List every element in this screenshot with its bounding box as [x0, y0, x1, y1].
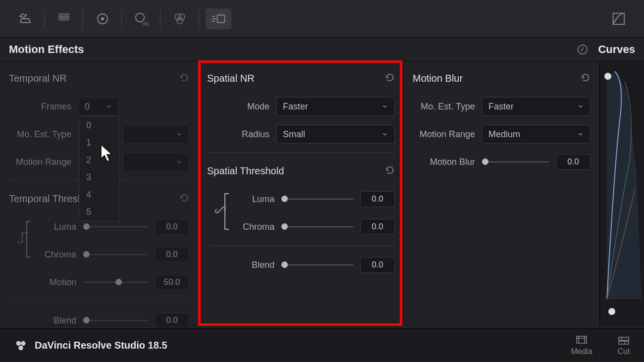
spatial-threshold-title: Spatial Threshold: [207, 165, 284, 177]
st-luma-slider[interactable]: [281, 199, 353, 200]
frames-select[interactable]: 0 0 1 2 3 4 5: [78, 97, 119, 116]
svg-rect-22: [577, 336, 587, 343]
frames-option-0[interactable]: 0: [79, 117, 119, 134]
temporal-nr-column: Temporal NR Frames 0 0 1 2 3 4 5: [0, 61, 198, 326]
svg-point-21: [18, 346, 23, 350]
tt-luma-label: Luma: [29, 222, 83, 232]
tool-motion-effects[interactable]: [199, 0, 238, 38]
top-toolbar: HDR: [0, 0, 644, 38]
svg-rect-23: [619, 337, 629, 340]
tt-blend-value[interactable]: 0.0: [155, 312, 189, 328]
effects-columns: Temporal NR Frames 0 0 1 2 3 4 5: [0, 61, 644, 326]
tt-motion-value[interactable]: 50.0: [155, 274, 189, 290]
st-blend-value[interactable]: 0.0: [360, 257, 395, 273]
tt-chroma-slider[interactable]: [83, 254, 148, 255]
davinci-logo-icon: [14, 339, 28, 353]
tt-luma-slider[interactable]: [83, 226, 148, 227]
temporal-threshold-reset[interactable]: [179, 193, 189, 205]
svg-text:HDR: HDR: [143, 21, 149, 26]
panel-reset-button[interactable]: [576, 43, 589, 56]
svg-rect-2: [66, 14, 69, 16]
svg-rect-0: [59, 14, 61, 16]
tool-rgb-mixer[interactable]: [161, 0, 199, 38]
link-icon[interactable]: [17, 232, 28, 245]
svg-point-20: [21, 341, 25, 345]
svg-rect-13: [217, 15, 225, 22]
temporal-nr-title: Temporal NR: [9, 73, 67, 84]
motion-blur-title: Motion Blur: [413, 73, 463, 84]
panel-title: Motion Effects: [9, 43, 84, 56]
tool-camera-raw[interactable]: [6, 0, 45, 38]
spatial-link-icon[interactable]: [215, 205, 226, 217]
mo-est-type-select[interactable]: [123, 125, 189, 144]
motion-range-label: Motion Range: [9, 157, 78, 167]
frames-option-2[interactable]: 2: [79, 152, 119, 169]
radius-select[interactable]: Small: [276, 125, 395, 144]
page-tab-media[interactable]: Media: [571, 335, 592, 356]
tt-motion-slider[interactable]: [83, 282, 148, 283]
spatial-nr-column: Spatial NR Mode Faster Radius Small Spat…: [198, 61, 404, 326]
curves-tab-label[interactable]: Curves: [598, 43, 635, 56]
svg-rect-3: [59, 17, 61, 20]
svg-point-10: [175, 14, 181, 20]
frames-option-4[interactable]: 4: [79, 186, 119, 204]
svg-point-17: [604, 73, 611, 80]
tool-hdr[interactable]: HDR: [122, 0, 161, 38]
spatial-nr-reset[interactable]: [385, 72, 395, 84]
tt-chroma-label: Chroma: [29, 250, 83, 260]
st-luma-value[interactable]: 0.0: [360, 191, 395, 207]
tool-curves-page[interactable]: [599, 0, 638, 38]
page-tab-cut[interactable]: Cut: [617, 335, 630, 356]
tt-chroma-value[interactable]: 0.0: [155, 247, 189, 262]
tt-luma-value[interactable]: 0.0: [155, 219, 189, 235]
st-chroma-label: Chroma: [227, 222, 281, 232]
st-blend-label: Blend: [227, 260, 281, 270]
frames-option-1[interactable]: 1: [79, 134, 119, 152]
st-luma-label: Luma: [227, 194, 281, 205]
tool-color-match[interactable]: [45, 0, 83, 38]
svg-point-11: [179, 14, 185, 20]
svg-point-12: [177, 17, 183, 24]
tool-color-wheels[interactable]: [83, 0, 122, 38]
mode-select[interactable]: Faster: [276, 97, 395, 116]
curves-graph: [600, 61, 644, 319]
tt-motion-label: Motion: [29, 277, 83, 288]
spatial-nr-title: Spatial NR: [207, 73, 255, 84]
curves-preview: [599, 61, 644, 326]
frames-dropdown: 0 1 2 3 4 5: [79, 116, 119, 221]
frames-option-3[interactable]: 3: [79, 169, 119, 186]
svg-point-19: [16, 341, 21, 345]
svg-rect-5: [66, 17, 69, 20]
app-brand: DaVinci Resolve Studio 18.5: [14, 339, 167, 353]
svg-rect-4: [63, 17, 65, 20]
panel-header: Motion Effects Curves: [0, 38, 644, 61]
tt-blend-label: Blend: [29, 315, 83, 326]
motion-blur-column: Motion Blur Mo. Est. Type Faster Motion …: [404, 61, 599, 326]
svg-point-7: [102, 17, 104, 20]
spatial-threshold-reset[interactable]: [385, 165, 395, 177]
bottom-bar: DaVinci Resolve Studio 18.5 Media Cut: [0, 328, 644, 362]
mode-label: Mode: [207, 102, 276, 112]
mb-blur-label: Motion Blur: [413, 157, 482, 167]
frames-label: Frames: [9, 102, 78, 112]
mb-mo-est-select[interactable]: Faster: [482, 97, 590, 116]
svg-rect-14: [613, 13, 625, 24]
mb-blur-slider[interactable]: [482, 161, 549, 162]
st-chroma-value[interactable]: 0.0: [360, 219, 395, 235]
motion-blur-reset[interactable]: [581, 72, 590, 84]
temporal-nr-reset[interactable]: [179, 72, 189, 84]
svg-point-18: [608, 308, 615, 315]
st-blend-slider[interactable]: [281, 264, 353, 265]
mb-motion-range-select[interactable]: Medium: [482, 125, 590, 144]
mb-motion-range-label: Motion Range: [413, 129, 482, 140]
st-chroma-slider[interactable]: [281, 226, 353, 227]
mb-mo-est-label: Mo. Est. Type: [413, 102, 482, 112]
tt-blend-slider[interactable]: [83, 320, 148, 321]
svg-rect-1: [63, 14, 65, 16]
motion-range-select[interactable]: [123, 153, 189, 171]
mo-est-type-label: Mo. Est. Type: [9, 129, 78, 140]
radius-label: Radius: [207, 129, 276, 140]
frames-option-5[interactable]: 5: [79, 204, 119, 221]
mb-blur-value[interactable]: 0.0: [556, 154, 590, 170]
app-name: DaVinci Resolve Studio 18.5: [35, 340, 167, 351]
